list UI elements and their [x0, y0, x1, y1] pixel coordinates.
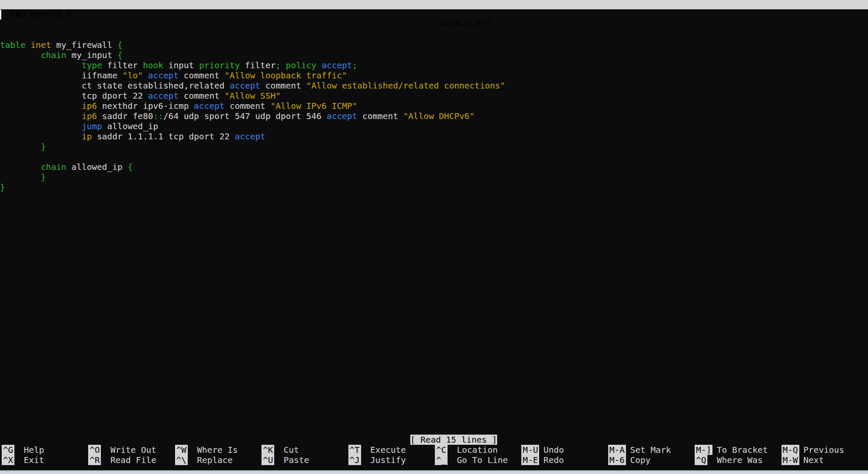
shortcut-key: M-6	[608, 455, 626, 465]
code-token: filter	[102, 60, 143, 70]
shortcut-row: ^XExit^RRead File^\Replace^UPaste^JJusti…	[2, 455, 868, 465]
code-token: "Allow IPv6 ICMP"	[270, 101, 357, 111]
shortcut-bar: ^GHelp^OWrite Out^WWhere Is^KCut^TExecut…	[2, 445, 868, 465]
titlebar: GNU nano 5.4 backup.nft	[0, 0, 868, 9]
code-line: tcp dport 22 accept comment "Allow SSH"	[0, 91, 868, 101]
window-bottom-edge	[0, 470, 868, 474]
shortcut-key: ^_	[435, 455, 448, 465]
shortcut-label: Where Was	[717, 455, 762, 465]
code-token: /64 udp sport 547 udp dport 546	[163, 111, 326, 121]
code-token: comment	[225, 101, 270, 111]
text-cursor	[0, 10, 1, 19]
shortcut-label: Cut	[284, 445, 299, 455]
shortcut-item: M-WNext	[782, 455, 868, 465]
shortcut-key: ^T	[348, 445, 361, 455]
code-line: ip saddr 1.1.1.1 tcp dport 22 accept	[0, 131, 868, 141]
code-token: ::	[153, 111, 163, 121]
shortcut-label: Undo	[543, 445, 564, 455]
shortcut-key: ^C	[435, 445, 448, 455]
shortcut-label: Replace	[197, 455, 233, 465]
shortcut-label: Go To Line	[457, 455, 508, 465]
code-token: {	[117, 50, 122, 60]
shortcut-label: Paste	[284, 455, 309, 465]
code-token: priority	[199, 60, 240, 70]
shortcut-label: Exit	[24, 455, 44, 465]
code-line: iifname "lo" accept comment "Allow loopb…	[0, 70, 868, 80]
code-token: comment	[178, 70, 224, 80]
code-line: }	[0, 141, 868, 152]
shortcut-label: Justify	[370, 455, 406, 465]
code-token: allowed_ip	[67, 162, 128, 172]
code-token: policy	[286, 60, 316, 70]
shortcut-item: M-6Copy	[608, 455, 695, 465]
shortcut-key: ^R	[88, 455, 101, 465]
code-token: saddr 1.1.1.1 tcp dport 22	[92, 131, 235, 141]
shortcut-key: M-W	[782, 455, 799, 465]
code-token: accept	[230, 80, 260, 91]
code-token	[25, 40, 31, 50]
shortcut-label: Help	[24, 445, 44, 455]
shortcut-item: ^WWhere Is	[175, 445, 262, 455]
shortcut-item: ^OWrite Out	[88, 445, 175, 455]
code-token	[317, 60, 322, 70]
code-token: }	[41, 141, 46, 152]
shortcut-label: Previous	[804, 445, 844, 455]
shortcut-key: M-A	[608, 445, 626, 455]
shortcut-item: ^UPaste	[262, 455, 348, 465]
code-token: "Allow SSH"	[225, 91, 281, 101]
code-token	[0, 111, 82, 121]
code-line	[0, 152, 868, 162]
editor-text-area[interactable]: table inet my_firewall { chain my_input …	[0, 9, 868, 192]
code-line: table inet my_firewall {	[0, 40, 868, 50]
shortcut-label: Where Is	[197, 445, 238, 455]
code-token: comment	[357, 111, 403, 121]
code-token: ct state established,related	[0, 80, 230, 91]
shortcut-item: ^TExecute	[348, 445, 435, 455]
code-token: }	[41, 172, 46, 182]
code-token: hook	[143, 60, 163, 70]
shortcut-item: ^_Go To Line	[435, 455, 521, 465]
code-token	[0, 50, 41, 60]
code-line: ct state established,related accept comm…	[0, 80, 868, 91]
code-token: {	[128, 162, 133, 172]
shortcut-item: ^GHelp	[2, 445, 88, 455]
shortcut-item: ^RRead File	[88, 455, 175, 465]
code-token: allowed_ip	[102, 121, 158, 131]
shortcut-label: Set Mark	[630, 445, 671, 455]
code-token: my_input	[67, 50, 117, 60]
code-line: }	[0, 182, 868, 192]
shortcut-label: Execute	[370, 445, 406, 455]
code-token: iifname	[0, 70, 122, 80]
shortcut-item: ^XExit	[2, 455, 88, 465]
code-token: accept	[148, 91, 178, 101]
shortcut-item: ^QWhere Was	[695, 455, 781, 465]
status-message: [ Read 15 lines ]	[410, 435, 497, 445]
code-token: ip	[82, 131, 92, 141]
code-token	[0, 131, 82, 141]
code-token: accept	[322, 60, 352, 70]
shortcut-item: M-ERedo	[521, 455, 608, 465]
shortcut-key: ^\	[175, 455, 188, 465]
code-line: type filter hook input priority filter; …	[0, 60, 868, 70]
code-line: ip6 nexthdr ipv6-icmp accept comment "Al…	[0, 101, 868, 111]
shortcut-label: Read File	[110, 455, 156, 465]
code-token: type	[82, 60, 102, 70]
code-line: jump allowed_ip	[0, 121, 868, 131]
code-token	[143, 70, 148, 80]
shortcut-item: M-ASet Mark	[608, 445, 695, 455]
code-token: inet	[31, 40, 51, 50]
code-token	[0, 60, 82, 70]
code-token: "lo"	[122, 70, 143, 80]
shortcut-label: To Bracket	[717, 445, 768, 455]
shortcut-label: Write Out	[110, 445, 156, 455]
shortcut-key: M-E	[521, 455, 539, 465]
shortcut-item: ^\Replace	[175, 455, 262, 465]
shortcut-key: ^W	[175, 445, 188, 455]
code-token: input	[163, 60, 199, 70]
shortcut-row: ^GHelp^OWrite Out^WWhere Is^KCut^TExecut…	[2, 445, 868, 455]
shortcut-item: M-]To Bracket	[695, 445, 781, 455]
code-token: "Allow DHCPv6"	[403, 111, 475, 121]
code-token: my_firewall	[51, 40, 117, 50]
code-token: nexthdr ipv6-icmp	[97, 101, 194, 111]
code-token: comment	[260, 80, 306, 91]
